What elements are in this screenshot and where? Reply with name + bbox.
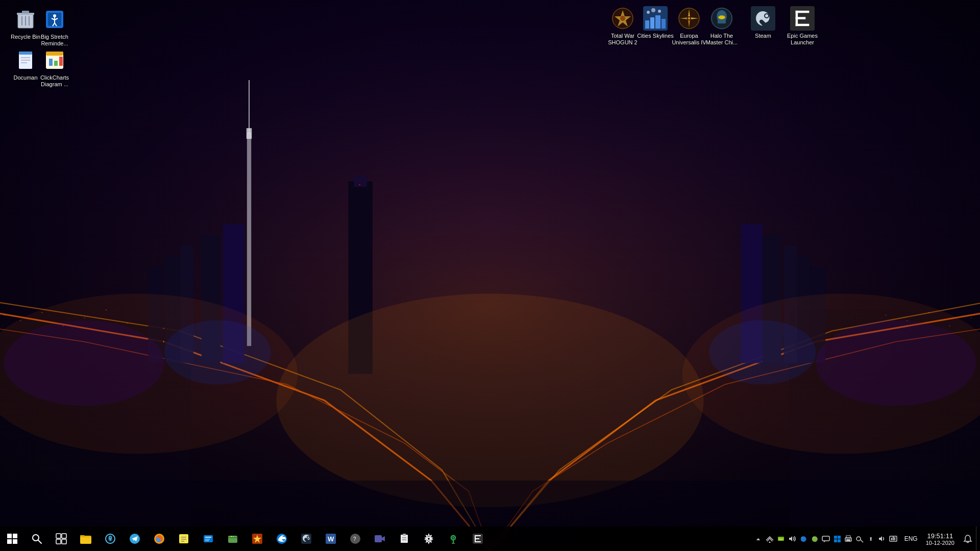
svg-rect-37 bbox=[971, 318, 972, 318]
tray-msg-icon[interactable] bbox=[821, 534, 831, 544]
svg-rect-129 bbox=[401, 535, 408, 543]
tray-volume-icon[interactable] bbox=[877, 534, 887, 544]
tray-windows-icon[interactable] bbox=[832, 534, 842, 544]
epic-task-icon bbox=[471, 532, 484, 545]
tray-audio-icon[interactable] bbox=[787, 534, 797, 544]
svg-point-23 bbox=[164, 320, 271, 385]
svg-point-136 bbox=[453, 537, 454, 539]
task-view-icon bbox=[55, 532, 68, 545]
taskbar-app-unknown[interactable]: ? bbox=[343, 527, 368, 551]
taskbar-clipboard[interactable] bbox=[392, 527, 416, 551]
svg-text:NV: NV bbox=[779, 538, 783, 541]
taskbar-word[interactable]: W bbox=[318, 527, 343, 551]
desktop-icon-steam[interactable]: Steam bbox=[743, 4, 783, 41]
svg-point-84 bbox=[719, 16, 725, 19]
tray-wifi-icon[interactable] bbox=[888, 534, 898, 544]
desktop-icon-clickcharts[interactable]: ClickCharts Diagram ... bbox=[34, 46, 75, 90]
taskbar-search[interactable] bbox=[24, 527, 49, 551]
desktop-icon-big-stretch[interactable]: Big Stretch Reminde... bbox=[34, 5, 75, 49]
svg-rect-115 bbox=[228, 537, 237, 538]
clipboard-icon bbox=[398, 532, 411, 545]
svg-rect-106 bbox=[179, 534, 188, 543]
steam-icon bbox=[751, 6, 775, 31]
lang-indicator[interactable]: ENG bbox=[901, 535, 921, 542]
notification-center[interactable] bbox=[960, 527, 976, 551]
svg-rect-63 bbox=[59, 57, 63, 66]
show-desktop-button[interactable] bbox=[976, 527, 980, 551]
taskbar-file-explorer[interactable] bbox=[74, 527, 98, 551]
svg-rect-146 bbox=[834, 536, 837, 539]
tray-nvidia-icon[interactable]: NV bbox=[776, 534, 786, 544]
clock-time: 19:51:11 bbox=[927, 532, 953, 540]
maps-icon bbox=[447, 532, 460, 545]
svg-point-117 bbox=[231, 536, 232, 537]
taskbar-security[interactable] bbox=[98, 527, 122, 551]
svg-rect-4 bbox=[247, 133, 251, 346]
taskbar-maps[interactable] bbox=[441, 527, 465, 551]
svg-rect-36 bbox=[949, 325, 950, 326]
svg-text:?: ? bbox=[353, 536, 356, 542]
svg-rect-147 bbox=[838, 536, 841, 539]
svg-rect-91 bbox=[796, 17, 806, 19]
svg-point-22 bbox=[4, 320, 164, 406]
tray-unknown1[interactable]: 🔵 bbox=[798, 534, 808, 544]
news-icon bbox=[202, 532, 215, 545]
halo-label: Halo The Master Chi... bbox=[703, 33, 740, 46]
svg-rect-111 bbox=[205, 537, 211, 538]
desktop-icon-epic-games[interactable]: Epic Games Launcher bbox=[782, 4, 823, 48]
svg-rect-30 bbox=[84, 318, 85, 318]
svg-rect-128 bbox=[375, 535, 382, 542]
svg-rect-112 bbox=[205, 539, 210, 540]
taskbar-video[interactable] bbox=[368, 527, 392, 551]
svg-point-72 bbox=[647, 11, 650, 14]
svg-rect-26 bbox=[4, 315, 5, 315]
taskbar-steam[interactable] bbox=[294, 527, 318, 551]
taskbar-telegram[interactable] bbox=[122, 527, 147, 551]
system-tray: ⏶ NV bbox=[750, 527, 980, 551]
taskbar-news[interactable] bbox=[196, 527, 220, 551]
taskbar-settings[interactable] bbox=[416, 527, 441, 551]
svg-rect-96 bbox=[62, 534, 66, 538]
svg-line-94 bbox=[38, 540, 41, 543]
svg-point-142 bbox=[769, 542, 770, 543]
security-icon bbox=[104, 532, 117, 545]
europa-icon bbox=[677, 6, 701, 31]
tray-network-icon[interactable] bbox=[765, 534, 775, 544]
svg-rect-156 bbox=[891, 538, 892, 540]
svg-rect-97 bbox=[56, 539, 61, 544]
taskbar-task-view[interactable] bbox=[49, 527, 74, 551]
desktop-icon-halo[interactable]: Halo The Master Chi... bbox=[701, 4, 742, 48]
taskbar-total-war[interactable] bbox=[245, 527, 270, 551]
tray-printer-icon[interactable] bbox=[843, 534, 853, 544]
svg-rect-6 bbox=[249, 80, 250, 134]
taskbar-edge[interactable] bbox=[270, 527, 294, 551]
svg-text:W: W bbox=[328, 535, 334, 543]
total-war-task-icon bbox=[251, 532, 264, 545]
sticky-notes-icon bbox=[177, 532, 190, 545]
taskbar-firefox[interactable] bbox=[147, 527, 172, 551]
start-button[interactable] bbox=[0, 527, 24, 551]
svg-rect-33 bbox=[885, 315, 886, 315]
svg-point-66 bbox=[620, 16, 625, 21]
svg-rect-60 bbox=[46, 52, 63, 56]
tray-upload-icon[interactable]: ⬆ bbox=[866, 534, 876, 544]
svg-point-25 bbox=[709, 320, 816, 385]
tray-unknown2[interactable]: 🟢 bbox=[810, 534, 820, 544]
taskbar-sticky-notes[interactable] bbox=[172, 527, 196, 551]
svg-rect-71 bbox=[662, 19, 666, 29]
clock-area[interactable]: 19:51:11 10-12-2020 bbox=[921, 527, 960, 551]
svg-rect-113 bbox=[205, 540, 209, 541]
tray-overflow-icon[interactable]: ⏶ bbox=[753, 534, 764, 544]
tray-key-icon[interactable] bbox=[854, 534, 865, 544]
svg-rect-68 bbox=[645, 20, 649, 29]
svg-rect-55 bbox=[19, 52, 32, 55]
taskbar-epic[interactable] bbox=[465, 527, 490, 551]
search-icon bbox=[30, 532, 43, 545]
svg-rect-34 bbox=[906, 320, 908, 321]
tray-icons: ⏶ NV bbox=[750, 534, 901, 544]
svg-rect-69 bbox=[650, 17, 654, 29]
svg-rect-61 bbox=[49, 59, 53, 66]
svg-point-24 bbox=[816, 320, 976, 406]
svg-rect-140 bbox=[475, 538, 479, 539]
taskbar-explorer2[interactable] bbox=[220, 527, 245, 551]
